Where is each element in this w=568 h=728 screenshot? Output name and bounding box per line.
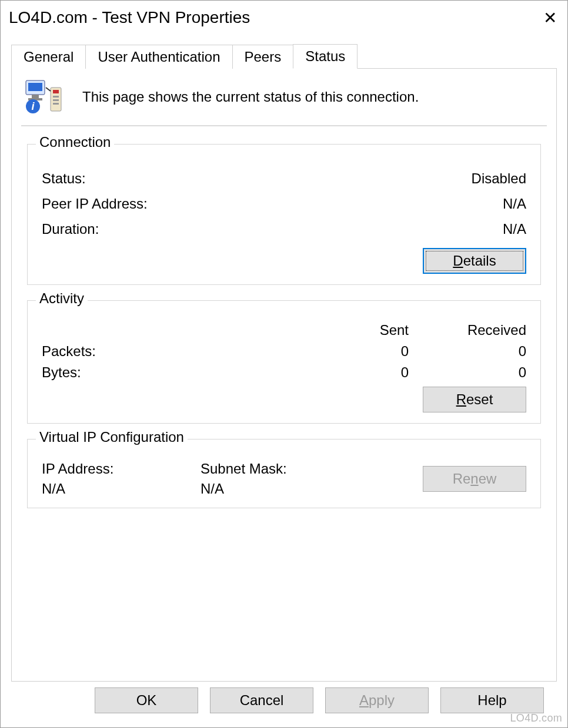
divider (21, 125, 547, 126)
peer-ip-value: N/A (503, 191, 526, 216)
duration-value: N/A (503, 216, 526, 241)
group-ipcfg: Virtual IP Configuration IP Address: N/A… (27, 439, 541, 508)
subnet-mask-label: Subnet Mask: (201, 461, 336, 477)
status-value: Disabled (472, 166, 526, 191)
ok-button[interactable]: OK (95, 687, 198, 713)
svg-rect-1 (28, 83, 42, 91)
dialog-button-bar: OK Cancel Apply Help (11, 682, 557, 722)
watermark: LO4D.com (510, 712, 562, 724)
network-status-icon: i (25, 79, 66, 115)
group-activity: Activity Sent Received Packets: 0 0 Byte… (27, 300, 541, 424)
reset-button-suffix: eset (466, 391, 493, 408)
bytes-received: 0 (409, 364, 526, 381)
activity-sent-header: Sent (315, 322, 409, 338)
apply-button-suffix: pply (369, 692, 395, 709)
details-button[interactable]: Details (423, 248, 526, 274)
svg-rect-7 (53, 90, 59, 93)
group-ipcfg-legend: Virtual IP Configuration (36, 429, 188, 445)
window-title: LO4D.com - Test VPN Properties (9, 8, 250, 27)
svg-rect-9 (53, 99, 59, 101)
group-connection: Connection Status: Disabled Peer IP Addr… (27, 144, 541, 285)
packets-sent: 0 (315, 343, 409, 360)
tab-status[interactable]: Status (293, 44, 357, 69)
bytes-label: Bytes: (42, 364, 315, 381)
packets-received: 0 (409, 343, 526, 360)
renew-prefix: Re (453, 471, 471, 487)
duration-label: Duration: (42, 216, 99, 241)
ip-address-value: N/A (42, 481, 177, 497)
activity-received-header: Received (409, 322, 526, 338)
bytes-sent: 0 (315, 364, 409, 381)
status-header: i This page shows the current status of … (21, 78, 547, 125)
cancel-button[interactable]: Cancel (210, 687, 313, 713)
svg-line-11 (46, 88, 51, 91)
help-button[interactable]: Help (440, 687, 544, 713)
status-label: Status: (42, 166, 86, 191)
close-icon[interactable]: ✕ (543, 8, 557, 28)
subnet-mask-value: N/A (201, 481, 336, 497)
group-connection-legend: Connection (36, 134, 114, 150)
svg-rect-2 (32, 95, 39, 98)
svg-rect-8 (53, 96, 59, 98)
tab-panel-status: i This page shows the current status of … (11, 68, 557, 682)
group-activity-legend: Activity (36, 290, 88, 307)
client-area: General User Authentication Peers Status… (1, 35, 567, 727)
activity-blank-header (42, 322, 315, 338)
status-description: This page shows the current status of th… (82, 89, 419, 105)
svg-rect-10 (53, 103, 59, 105)
renew-suffix: ew (479, 471, 497, 487)
reset-button[interactable]: Reset (423, 387, 526, 412)
ip-address-label: IP Address: (42, 461, 177, 477)
tab-strip: General User Authentication Peers Status (11, 44, 557, 69)
renew-button[interactable]: Renew (423, 466, 526, 492)
packets-label: Packets: (42, 343, 315, 360)
details-button-suffix: etails (463, 253, 496, 269)
peer-ip-label: Peer IP Address: (42, 191, 148, 216)
tab-peers[interactable]: Peers (232, 45, 294, 69)
tab-user-authentication[interactable]: User Authentication (85, 45, 232, 69)
tab-general[interactable]: General (11, 45, 86, 69)
titlebar: LO4D.com - Test VPN Properties ✕ (1, 1, 567, 35)
apply-button[interactable]: Apply (325, 687, 429, 713)
dialog-window: LO4D.com - Test VPN Properties ✕ General… (0, 0, 568, 728)
